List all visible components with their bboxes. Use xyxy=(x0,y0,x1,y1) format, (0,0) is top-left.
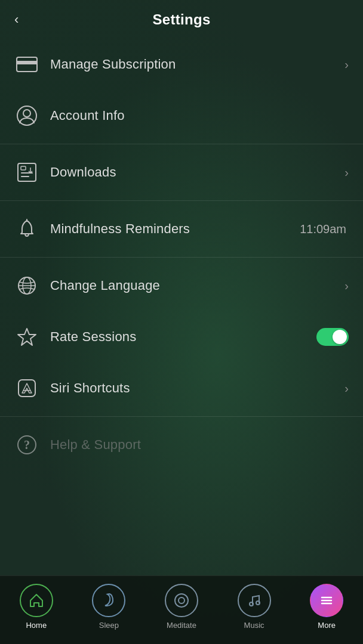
menu-item-change-language[interactable]: Change Language › xyxy=(0,260,363,311)
music-nav-label: Music xyxy=(244,621,264,630)
divider-3 xyxy=(0,257,363,258)
svg-marker-15 xyxy=(22,383,32,393)
account-info-label: Account Info xyxy=(50,108,349,123)
svg-point-3 xyxy=(23,110,30,117)
nav-item-more[interactable]: More xyxy=(290,584,363,630)
siri-icon xyxy=(14,376,39,401)
help-icon: ? xyxy=(14,432,39,457)
meditate-nav-icon-wrap xyxy=(165,584,198,617)
menu-item-mindfulness-reminders[interactable]: Mindfulness Reminders 11:09am xyxy=(0,203,363,255)
mindfulness-reminders-label: Mindfulness Reminders xyxy=(50,221,300,237)
chevron-icon: › xyxy=(344,382,349,395)
menu-item-help-support[interactable]: ? Help & Support xyxy=(0,419,363,470)
menu-item-rate-sessions[interactable]: Rate Sessions xyxy=(0,311,363,363)
meditate-nav-label: Meditate xyxy=(167,621,196,630)
bottom-nav: Home Sleep Meditate xyxy=(0,575,363,644)
chevron-icon: › xyxy=(344,279,349,293)
svg-rect-7 xyxy=(21,176,29,177)
chevron-icon: › xyxy=(344,58,349,72)
menu-icon xyxy=(318,592,335,609)
globe-icon xyxy=(14,273,39,298)
menu-item-siri-shortcuts[interactable]: Siri Shortcuts › xyxy=(0,363,363,414)
svg-rect-1 xyxy=(17,61,37,64)
bell-icon xyxy=(14,216,39,242)
help-support-label: Help & Support xyxy=(50,437,349,453)
home-nav-icon-wrap xyxy=(20,584,53,617)
star-icon xyxy=(14,324,39,349)
back-button[interactable]: ‹ xyxy=(12,10,21,30)
music-nav-icon-wrap xyxy=(238,584,271,617)
more-nav-icon-wrap xyxy=(310,584,343,617)
nav-item-home[interactable]: Home xyxy=(0,584,73,630)
home-nav-label: Home xyxy=(26,621,47,630)
svg-point-22 xyxy=(256,601,260,605)
sleep-nav-label: Sleep xyxy=(99,621,119,630)
meditate-icon xyxy=(173,592,190,609)
manage-subscription-label: Manage Subscription xyxy=(50,57,342,72)
menu-content: Manage Subscription › Account Info xyxy=(0,39,363,575)
person-icon xyxy=(14,103,39,128)
siri-shortcuts-label: Siri Shortcuts xyxy=(50,380,342,396)
toggle-knob xyxy=(333,330,347,344)
svg-text:?: ? xyxy=(24,438,30,451)
more-nav-label: More xyxy=(318,621,336,630)
chevron-icon: › xyxy=(344,166,349,179)
divider-1 xyxy=(0,144,363,144)
rate-sessions-toggle[interactable] xyxy=(316,328,349,346)
divider-2 xyxy=(0,200,363,201)
menu-item-manage-subscription[interactable]: Manage Subscription › xyxy=(0,39,363,90)
header: ‹ Settings xyxy=(0,0,363,39)
rate-sessions-label: Rate Sessions xyxy=(50,329,316,345)
divider-4 xyxy=(0,416,363,417)
download-icon xyxy=(14,160,39,185)
menu-item-account-info[interactable]: Account Info xyxy=(0,90,363,141)
home-icon xyxy=(28,592,45,609)
downloads-label: Downloads xyxy=(50,165,342,180)
change-language-label: Change Language xyxy=(50,278,342,293)
card-icon xyxy=(14,52,39,77)
nav-item-meditate[interactable]: Meditate xyxy=(145,584,218,630)
sleep-icon xyxy=(101,593,116,608)
svg-point-19 xyxy=(175,594,188,607)
mindfulness-reminders-value: 11:09am xyxy=(300,222,346,236)
back-arrow-icon: ‹ xyxy=(14,12,19,27)
svg-rect-5 xyxy=(21,166,26,170)
svg-point-21 xyxy=(250,602,253,606)
svg-marker-13 xyxy=(18,329,36,345)
music-icon xyxy=(246,592,263,609)
sleep-nav-icon-wrap xyxy=(92,584,125,617)
nav-item-music[interactable]: Music xyxy=(218,584,291,630)
menu-item-downloads[interactable]: Downloads › xyxy=(0,147,363,198)
nav-item-sleep[interactable]: Sleep xyxy=(73,584,146,630)
svg-point-20 xyxy=(179,597,184,603)
page-title: Settings xyxy=(152,11,210,28)
settings-page: ‹ Settings Manage Subscription › xyxy=(0,0,363,644)
